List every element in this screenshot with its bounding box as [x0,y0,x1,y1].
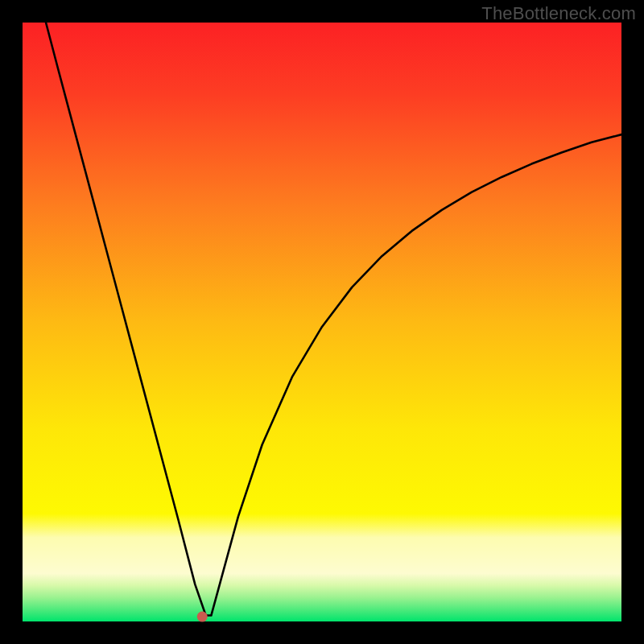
watermark-text: TheBottleneck.com [481,3,636,24]
bottleneck-curve [46,23,621,616]
curve-layer [23,23,621,621]
optimal-point-marker [197,612,208,622]
chart-frame: TheBottleneck.com [0,0,644,644]
